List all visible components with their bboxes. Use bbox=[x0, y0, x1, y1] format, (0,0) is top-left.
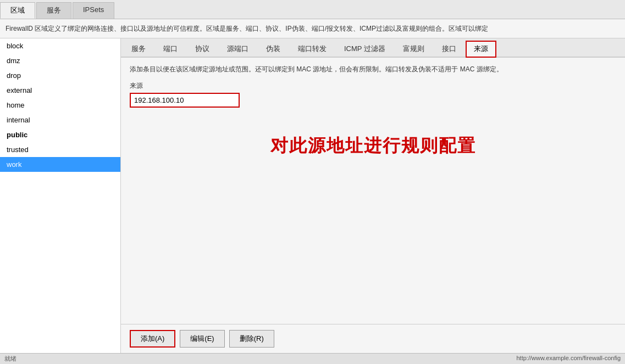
top-tab-IPSets[interactable]: IPSets bbox=[73, 2, 114, 19]
big-text-overlay: 对此源地址进行规则配置 bbox=[130, 134, 616, 158]
status-right: http://www.example.com/firewall-config bbox=[516, 355, 621, 363]
source-input[interactable] bbox=[130, 93, 240, 108]
right-panel: 服务端口协议源端口伪装端口转发ICMP 过滤器富规则接口来源 添加条目以便在该区… bbox=[121, 38, 625, 353]
sub-tabs: 服务端口协议源端口伪装端口转发ICMP 过滤器富规则接口来源 bbox=[121, 38, 625, 58]
sidebar-item-internal[interactable]: internal bbox=[0, 113, 120, 127]
sub-tab-ICMP 过滤器[interactable]: ICMP 过滤器 bbox=[336, 41, 394, 57]
top-tab-区域[interactable]: 区域 bbox=[0, 2, 35, 19]
btn-0[interactable]: 添加(A) bbox=[130, 330, 175, 348]
sub-tab-源端口[interactable]: 源端口 bbox=[219, 41, 257, 57]
sub-tab-服务[interactable]: 服务 bbox=[123, 41, 154, 57]
sub-tab-富规则[interactable]: 富规则 bbox=[395, 41, 433, 57]
sidebar-item-trusted[interactable]: trusted bbox=[0, 142, 120, 157]
btn-2[interactable]: 删除(R) bbox=[229, 330, 274, 348]
status-left: 就绪 bbox=[4, 355, 16, 363]
sidebar: blockdmzdropexternalhomeinternalpublictr… bbox=[0, 38, 121, 353]
sub-tab-接口[interactable]: 接口 bbox=[434, 41, 464, 57]
sidebar-item-external[interactable]: external bbox=[0, 83, 120, 98]
sidebar-item-drop[interactable]: drop bbox=[0, 68, 120, 83]
main-content: blockdmzdropexternalhomeinternalpublictr… bbox=[0, 38, 625, 353]
sidebar-item-block[interactable]: block bbox=[0, 38, 120, 53]
sub-tab-伪装[interactable]: 伪装 bbox=[258, 41, 289, 57]
sub-tab-端口转发[interactable]: 端口转发 bbox=[290, 41, 335, 57]
sub-tab-来源[interactable]: 来源 bbox=[466, 41, 496, 58]
panel-body: 添加条目以便在该区域绑定源地址或范围。还可以绑定到 MAC 源地址，但会有所限制… bbox=[121, 58, 625, 324]
panel-description: 添加条目以便在该区域绑定源地址或范围。还可以绑定到 MAC 源地址，但会有所限制… bbox=[130, 64, 616, 75]
sidebar-item-public[interactable]: public bbox=[0, 127, 120, 142]
description-text: FirewallD 区域定义了绑定的网络连接、接口以及源地址的可信程度。区域是服… bbox=[5, 25, 488, 32]
sub-tab-端口[interactable]: 端口 bbox=[155, 41, 186, 57]
sidebar-item-dmz[interactable]: dmz bbox=[0, 53, 120, 68]
bottom-bar: 添加(A)编辑(E)删除(R) bbox=[121, 324, 625, 353]
btn-1[interactable]: 编辑(E) bbox=[180, 330, 224, 348]
top-tabs: 区域服务IPSets bbox=[0, 0, 625, 19]
sidebar-item-work[interactable]: work bbox=[0, 157, 120, 172]
top-tab-服务[interactable]: 服务 bbox=[36, 2, 71, 19]
app-container: 区域服务IPSets FirewallD 区域定义了绑定的网络连接、接口以及源地… bbox=[0, 0, 625, 364]
description-bar: FirewallD 区域定义了绑定的网络连接、接口以及源地址的可信程度。区域是服… bbox=[0, 19, 625, 38]
sub-tab-协议[interactable]: 协议 bbox=[187, 41, 218, 57]
sidebar-item-home[interactable]: home bbox=[0, 98, 120, 113]
status-bar: 就绪 http://www.example.com/firewall-confi… bbox=[0, 353, 625, 364]
source-label: 来源 bbox=[130, 81, 616, 91]
